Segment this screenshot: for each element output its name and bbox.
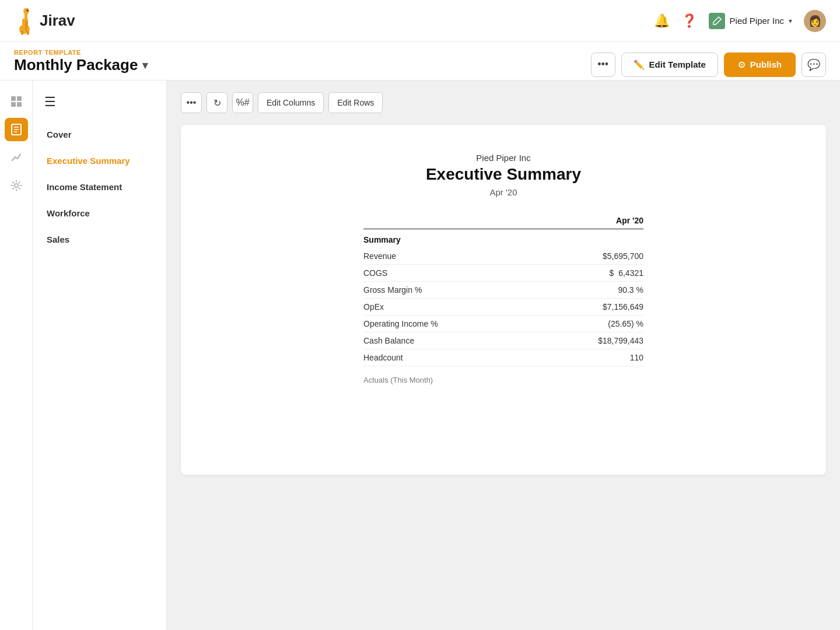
toolbar-more-button[interactable]: ••• [181,92,202,113]
table-row: Operating Income % (25.65) % [363,316,643,332]
row-label-operating-income: Operating Income % [363,319,438,328]
content-area: ••• ↻ %# Edit Columns Edit Rows Pied Pip… [167,80,840,630]
svg-rect-10 [21,30,23,35]
edit-rows-button[interactable]: Edit Rows [328,92,383,113]
row-value-cogs: $ 6,4321 [573,268,643,278]
row-label-gross-margin: Gross Margin % [363,285,422,295]
report-company-name: Pied Piper Inc [204,153,803,163]
row-value-revenue: $5,695,700 [573,251,643,261]
table-row: Cash Balance $18,799,443 [363,332,643,349]
sidebar-item-income-statement[interactable]: Income Statement [33,174,166,200]
row-label-cash-balance: Cash Balance [363,336,414,345]
sidebar-item-cover[interactable]: Cover [33,121,166,148]
giraffe-icon [14,7,35,35]
row-value-gross-margin: 90.3 % [573,285,643,295]
publish-button[interactable]: ⊙ Publish [724,52,796,77]
svg-point-7 [27,9,29,11]
nav-right: 🔔 ❓ Pied Piper Inc ▾ 👩 [654,10,826,32]
comment-icon: 💬 [807,58,820,71]
report-info: REPORT TEMPLATE Monthly Package ▾ [14,49,148,80]
report-label: REPORT TEMPLATE [14,49,148,56]
report-date: Apr '20 [204,187,803,197]
sidebar-icon-settings[interactable] [5,174,28,197]
svg-point-20 [15,184,18,187]
comment-button[interactable]: 💬 [802,52,826,77]
svg-rect-1 [22,19,25,32]
svg-rect-12 [11,96,16,101]
help-icon[interactable]: ❓ [681,13,697,29]
top-nav: Jirav 🔔 ❓ Pied Piper Inc ▾ 👩 [0,0,840,42]
svg-rect-6 [24,8,26,11]
main-layout: ☰ Cover Executive Summary Income Stateme… [0,80,840,630]
row-value-operating-income: (25.65) % [573,319,643,328]
row-label-revenue: Revenue [363,251,396,261]
edit-template-button[interactable]: ✏️ Edit Template [621,52,718,77]
company-chevron-icon: ▾ [789,17,792,25]
table-row: Revenue $5,695,700 [363,248,643,265]
sidebar-icon-analytics[interactable] [5,146,28,169]
sidebar-item-executive-summary[interactable]: Executive Summary [33,148,166,174]
sidebar-icon-dashboard[interactable] [5,90,28,113]
row-label-cogs: COGS [363,268,387,278]
hamburger-icon[interactable]: ☰ [33,90,166,121]
company-name: Pied Piper Inc [730,16,784,26]
avatar[interactable]: 👩 [804,10,826,32]
section-label-summary: Summary [363,229,643,248]
app-name: Jirav [40,12,75,30]
table-row: COGS $ 6,4321 [363,265,643,282]
row-value-opex: $7,156,649 [573,302,643,312]
table-row: Headcount 110 [363,349,643,366]
table-row: OpEx $7,156,649 [363,299,643,316]
table-header: Apr '20 [363,216,643,229]
table-row: Gross Margin % 90.3 % [363,282,643,299]
actuals-label: Actuals (This Month) [363,376,643,384]
sub-header-actions: ••• ✏️ Edit Template ⊙ Publish 💬 [591,52,826,77]
summary-table: Apr '20 Summary Revenue $5,695,700 COGS … [363,216,643,384]
sub-header: REPORT TEMPLATE Monthly Package ▾ ••• ✏️… [0,42,840,80]
report-section-title: Executive Summary [204,165,803,184]
report-title: Monthly Package ▾ [14,56,148,80]
pencil-icon [712,16,722,26]
more-options-button[interactable]: ••• [591,52,615,77]
sidebar-item-sales[interactable]: Sales [33,226,166,253]
publish-circle-icon: ⊙ [738,60,746,70]
sidebar-icon-reports[interactable] [5,118,28,141]
toolbar-format-button[interactable]: %# [232,92,253,113]
col-header-apr: Apr '20 [573,216,643,225]
row-value-cash-balance: $18,799,443 [573,336,643,345]
toolbar: ••• ↻ %# Edit Columns Edit Rows [181,92,826,113]
company-selector[interactable]: Pied Piper Inc ▾ [709,13,792,29]
row-value-headcount: 110 [573,353,643,362]
svg-rect-11 [27,30,29,35]
icon-sidebar [0,80,33,630]
toolbar-refresh-button[interactable]: ↻ [206,92,228,113]
sidebar-item-workforce[interactable]: Workforce [33,200,166,226]
row-label-headcount: Headcount [363,353,403,362]
report-card: Pied Piper Inc Executive Summary Apr '20… [181,125,826,475]
edit-columns-button[interactable]: Edit Columns [258,92,324,113]
svg-rect-14 [11,102,16,107]
nav-sidebar: ☰ Cover Executive Summary Income Stateme… [33,80,167,630]
pencil-edit-icon: ✏️ [634,60,645,70]
report-title-chevron-icon[interactable]: ▾ [142,59,148,72]
company-logo [709,13,725,29]
notifications-icon[interactable]: 🔔 [654,13,670,29]
logo[interactable]: Jirav [14,7,75,35]
svg-rect-15 [17,102,22,107]
row-label-opex: OpEx [363,302,384,312]
svg-rect-13 [17,96,22,101]
